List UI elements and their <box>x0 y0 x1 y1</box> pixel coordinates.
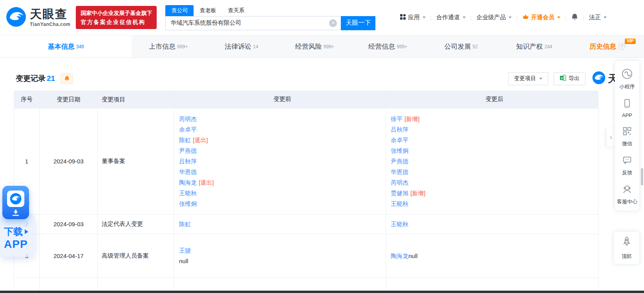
clear-search-icon[interactable]: ✕ <box>329 19 337 27</box>
person-link[interactable]: 芮明杰 <box>391 179 408 186</box>
person-link[interactable]: 陈虹 <box>179 137 191 143</box>
menu-apps[interactable]: 应用 <box>400 14 426 21</box>
notification-bell-icon[interactable] <box>571 13 578 22</box>
tab-operation-info[interactable]: 经营信息999+ <box>351 35 424 57</box>
change-record-section-header: 变更记录 21 变更项目 x 导出 天眼 <box>16 71 628 86</box>
name-line: 吕秋萍 <box>179 156 197 167</box>
table-row: 32024-04-17高级管理人员备案王骏null陶海龙null <box>14 234 598 277</box>
menu-vip-label: 开通会员 <box>531 14 554 21</box>
badge-line1: 国家中小企业发展子基金旗下 <box>80 9 152 17</box>
person-link[interactable]: 陶海龙 <box>179 179 197 186</box>
change-tag: [新增] <box>404 115 419 122</box>
name-line: 徐平[新增] <box>391 114 419 124</box>
menu-enterprise[interactable]: 企业级产品 <box>476 14 512 21</box>
crown-icon <box>522 14 529 21</box>
person-link[interactable]: 尹燕德 <box>179 147 197 154</box>
name-line: 余卓平 <box>391 135 408 145</box>
main-content: 变更记录 21 变更项目 x 导出 天眼 序号 变更日期 变更项目 变更前 变 <box>0 71 644 293</box>
person-link[interactable]: 王骏 <box>179 247 191 254</box>
person-link[interactable]: 徐平 <box>391 115 402 122</box>
eye-logo-icon <box>7 190 24 207</box>
cell-after: 徐平[新增]吕秋萍余卓平张维炯尹燕德华恩德芮明杰贾健旭[新增]王晓秋 <box>386 108 598 214</box>
svg-text:x: x <box>561 76 563 80</box>
tianyancha-logo[interactable]: 天眼查 TianYanCha.com <box>6 7 70 29</box>
company-nav-tabs: 基本信息349 上市信息999+ 法律诉讼14 经营风险999+ 经营信息999… <box>0 35 644 58</box>
person-link[interactable]: 张维炯 <box>391 147 408 154</box>
person-link[interactable]: 陶海龙 <box>391 253 408 259</box>
vip-badge: VIP <box>625 38 636 44</box>
username: 法正 <box>589 14 601 21</box>
help-icon[interactable]: ? <box>618 43 625 50</box>
person-link[interactable]: 吕秋萍 <box>179 158 197 165</box>
tab-company-development[interactable]: 公司发展52 <box>424 35 498 57</box>
name-line: 尹燕德 <box>391 156 408 167</box>
name-line: null <box>179 256 188 266</box>
subscribe-bell-button[interactable] <box>60 73 73 84</box>
window-bottom-edge <box>0 291 644 293</box>
change-record-table: 序号 变更日期 变更项目 变更前 变更后 12024-09-03董事备案芮明杰余… <box>14 91 598 293</box>
download-app-label[interactable]: 下载 APP <box>0 214 35 257</box>
divider <box>431 15 431 20</box>
table-row: 12024-09-03董事备案芮明杰余卓平陈虹[退出]尹燕德吕秋萍华恩德陶海龙[… <box>14 108 598 214</box>
dock-item-wechat[interactable]: 微信 <box>615 122 639 151</box>
person-link[interactable]: 王晓秋 <box>391 200 408 207</box>
divider <box>517 15 517 20</box>
person-link[interactable]: 王晓秋 <box>179 190 197 196</box>
search-input[interactable] <box>165 16 341 30</box>
tab-label: 知识产权 <box>516 42 543 51</box>
menu-vip[interactable]: 开通会员 <box>522 14 560 21</box>
top-header: 天眼查 TianYanCha.com 国家中小企业发展子基金旗下 官方备案企业征… <box>0 0 644 35</box>
tab-intellectual-property[interactable]: 知识产权244 <box>498 35 571 57</box>
user-menu[interactable]: 法正 <box>589 14 607 21</box>
section-title: 变更记录 <box>16 73 46 84</box>
name-line: 王晓秋 <box>391 219 408 229</box>
tab-operation-risk[interactable]: 经营风险999+ <box>278 35 351 57</box>
dock-collapse-chevron[interactable]: › <box>607 128 615 146</box>
chevron-down-icon <box>509 16 512 18</box>
dock-item-feedback[interactable]: 反馈 <box>615 151 639 180</box>
divider <box>471 15 471 20</box>
dock-item-miniprogram[interactable]: 小程序 <box>615 64 639 94</box>
search-tab-boss[interactable]: 查老板 <box>194 5 222 16</box>
search-button[interactable]: 天眼一下 <box>341 16 375 30</box>
app-phone-icon <box>622 98 633 110</box>
person-link[interactable]: 陈虹 <box>179 221 191 227</box>
dock-item-customer-service[interactable]: 客服中心 <box>615 180 639 209</box>
cell-after: 陶海龙null <box>386 234 598 277</box>
back-to-top-button[interactable]: 顶部 <box>614 232 639 264</box>
person-link[interactable]: 余卓平 <box>179 126 197 133</box>
page-scrollbar-thumb[interactable] <box>641 168 643 185</box>
column-header-before: 变更前 <box>174 91 386 108</box>
name-line: 尹燕德 <box>179 145 197 156</box>
person-link[interactable]: 王晓秋 <box>391 221 408 227</box>
tab-legal-litigation[interactable]: 法律诉讼14 <box>205 35 278 57</box>
change-tag: [新增] <box>410 190 425 196</box>
app-tile[interactable] <box>2 186 29 219</box>
tab-count: 999+ <box>397 44 407 49</box>
person-link[interactable]: 张维炯 <box>179 200 197 207</box>
tab-basic-info[interactable]: 基本信息349 <box>0 35 132 57</box>
person-link[interactable]: 贾健旭 <box>391 190 408 196</box>
person-link[interactable]: 余卓平 <box>391 137 408 143</box>
download-text: 下载 <box>4 225 23 238</box>
download-app-widget[interactable]: 下载 APP <box>0 186 35 257</box>
export-button[interactable]: x 导出 <box>554 72 585 85</box>
change-item-filter-button[interactable]: 变更项目 <box>508 72 548 85</box>
search-tab-company[interactable]: 查公司 <box>165 5 194 16</box>
dock-item-app[interactable]: APP <box>615 94 639 122</box>
person-link[interactable]: 华恩德 <box>179 168 197 175</box>
menu-cooperation-label: 合作通道 <box>436 14 460 21</box>
person-link[interactable]: 芮明杰 <box>179 115 197 122</box>
name-line: 王晓秋 <box>179 188 197 198</box>
search-tab-relation[interactable]: 查关系 <box>222 5 250 16</box>
tab-listing-info[interactable]: 上市信息999+ <box>132 35 205 57</box>
person-link[interactable]: 尹燕德 <box>391 158 408 165</box>
dock-label: 微信 <box>622 140 632 147</box>
play-icon <box>25 229 28 234</box>
chevron-down-icon <box>557 16 560 18</box>
person-link[interactable]: 吕秋萍 <box>391 126 408 133</box>
tab-history-info[interactable]: VIP 历史信息 ? <box>571 35 644 57</box>
menu-cooperation[interactable]: 合作通道 <box>436 14 466 21</box>
cell-date: 2024-04-17 <box>40 234 98 277</box>
person-link[interactable]: 华恩德 <box>391 168 408 175</box>
